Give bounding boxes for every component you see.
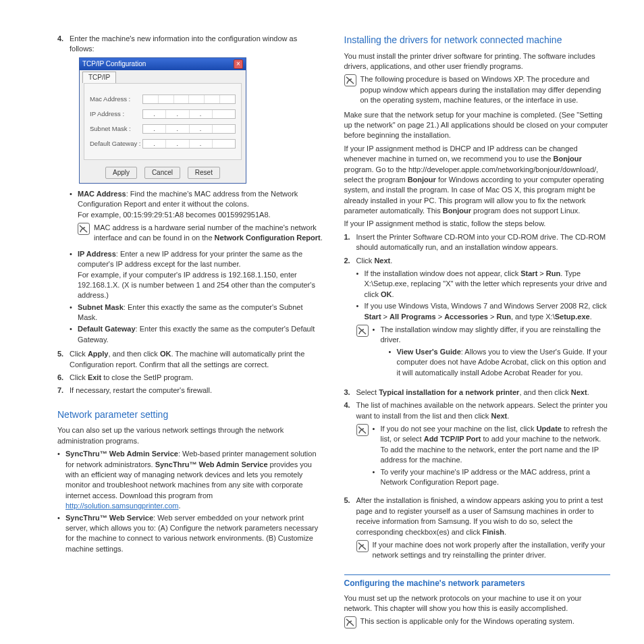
step-4-number: 4. xyxy=(57,34,70,346)
install-p1: You must install the printer driver soft… xyxy=(344,51,611,72)
note-icon xyxy=(356,424,369,436)
install-note: The following procedure is based on Wind… xyxy=(360,74,611,105)
ip-label: IP Address xyxy=(78,250,116,258)
close-icon[interactable]: × xyxy=(234,59,243,69)
gateway-label: Default Gateway xyxy=(78,325,136,333)
label-subnet: Subnet Mask : xyxy=(90,124,142,133)
s5-note: If your machine does not work properly a… xyxy=(373,540,611,561)
tab-tcpip[interactable]: TCP/IP xyxy=(82,72,116,83)
swa-link[interactable]: http://solution.samsungprinter.com xyxy=(65,502,179,510)
step-6-number: 6. xyxy=(57,373,70,383)
config-note: This section is applicable only for the … xyxy=(360,616,611,628)
dialog-title: TCP/IP Configuration xyxy=(82,59,146,69)
config-p: You must set up the network protocols on… xyxy=(344,593,611,614)
step-5r-number: 5. xyxy=(344,495,356,564)
install-p2: Make sure that the network setup for you… xyxy=(344,110,611,141)
note-icon xyxy=(344,74,356,86)
reset-button[interactable]: Reset xyxy=(188,167,220,179)
ip-example: For example, if your computer's IP addre… xyxy=(78,270,324,301)
step4-intro: Enter the machine's new information into… xyxy=(70,34,324,55)
s2-bullet2: If you use Windows Vista, Windows 7 and … xyxy=(365,301,611,322)
gateway-input[interactable]: ... xyxy=(142,139,236,149)
subnet-input[interactable]: ... xyxy=(142,124,236,134)
step-2-number: 2. xyxy=(344,256,356,385)
note-icon xyxy=(78,223,90,235)
label-ip: IP Address : xyxy=(90,109,142,118)
install-p3: If your IP assignment method is DHCP and… xyxy=(344,144,611,217)
s2-text: Click Next. xyxy=(356,256,611,266)
ip-input[interactable]: ... xyxy=(142,109,236,119)
heading-config: Configuring the machine's network parame… xyxy=(344,574,611,589)
note-icon xyxy=(356,540,369,552)
step7-text: If necessary, restart the computer's fir… xyxy=(70,385,324,396)
step-3-number: 3. xyxy=(344,387,356,398)
install-p4: If your IP assignment method is static, … xyxy=(344,219,611,229)
label-gateway: Default Gateway : xyxy=(90,139,142,148)
step-5-number: 5. xyxy=(57,349,70,370)
step6-text: Click Exit to close the SetIP program. xyxy=(70,373,324,383)
step-7-number: 7. xyxy=(57,385,70,396)
s5-text: After the installation is finished, a wi… xyxy=(356,495,611,537)
heading-network-param: Network parameter setting xyxy=(57,408,324,422)
step5-text: Click Apply, and then click OK. The mach… xyxy=(70,349,324,370)
heading-install: Installing the drivers for network conne… xyxy=(344,34,611,47)
mac-label: MAC Address xyxy=(78,190,126,198)
sws-item: SyncThru™ Web Service: Web server embedd… xyxy=(65,513,324,555)
s2-bullet1: If the installation window does not appe… xyxy=(365,269,611,300)
s4-note-b2: To verify your machine's IP address or t… xyxy=(381,467,611,488)
s4-note-b1: If you do not see your machine on the li… xyxy=(381,424,611,466)
label-mac: Mac Address : xyxy=(90,95,142,103)
subnet-label: Subnet Mask xyxy=(78,303,124,311)
s2-note1: The installation window may slightly dif… xyxy=(381,325,611,346)
s3-text: Select Typical installation for a networ… xyxy=(356,387,611,398)
mac-note: MAC address is a hardware serial number … xyxy=(94,223,324,244)
note-icon xyxy=(344,616,356,628)
step-4r-number: 4. xyxy=(344,400,356,493)
netparam-intro: You can also set up the various network … xyxy=(57,425,324,446)
s2-note2: View User's Guide: Allows you to view th… xyxy=(397,347,611,378)
tcpip-dialog: TCP/IP Configuration × TCP/IP Mac Addres… xyxy=(79,57,246,184)
step-1-number: 1. xyxy=(344,232,356,253)
s4-text: The list of machines available on the ne… xyxy=(356,400,611,421)
mac-input[interactable] xyxy=(142,95,236,104)
apply-button[interactable]: Apply xyxy=(105,167,137,179)
mac-example: For example, 00:15:99:29:51:A8 becomes 0… xyxy=(78,210,324,220)
swa-item: SyncThru™ Web Admin Service: Web-based p… xyxy=(65,449,324,511)
s1: Insert the Printer Software CD-ROM into … xyxy=(356,232,611,253)
note-icon xyxy=(356,325,369,337)
cancel-button[interactable]: Cancel xyxy=(144,167,180,179)
